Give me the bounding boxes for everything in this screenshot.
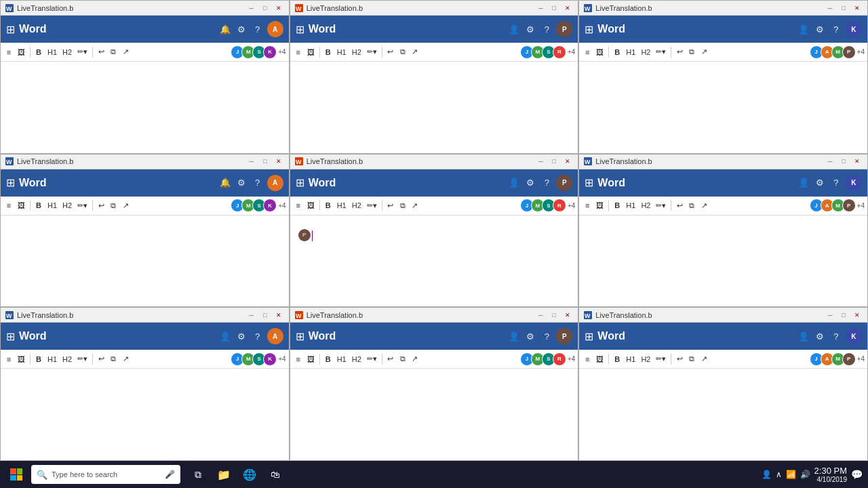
draw-btn-9[interactable]: ✏▾ [654,352,668,366]
h2-btn-5[interactable]: H2 [350,199,363,212]
draw-btn-3[interactable]: ✏▾ [654,45,668,59]
coauth-icon-7[interactable]: 👤 [218,329,232,343]
draw-btn-1[interactable]: ✏▾ [75,45,90,59]
help-icon-9[interactable]: ? [829,329,843,343]
bold-btn-8[interactable]: B [323,352,334,366]
coauth-icon-2[interactable]: 👤 [507,22,521,36]
share-btn-2[interactable]: ↗ [410,45,420,59]
apps-icon-3[interactable]: ⊞ [585,23,593,36]
copy-btn-7[interactable]: ⧉ [108,352,119,366]
undo-btn-2[interactable]: ↩ [385,45,396,59]
bell-icon-4[interactable]: 🔔 [218,176,232,190]
system-clock[interactable]: 2:30 PM 4/10/2019 [814,466,847,483]
h2-btn-2[interactable]: H2 [350,45,363,59]
share-btn-1[interactable]: ↗ [120,45,131,59]
list-btn-4[interactable]: ≡ [3,199,14,212]
apps-icon-2[interactable]: ⊞ [296,23,304,36]
draw-btn-7[interactable]: ✏▾ [75,352,90,366]
h2-btn-8[interactable]: H2 [350,352,363,366]
doc-area-2[interactable] [290,62,578,153]
maximize-btn-8[interactable]: □ [548,310,560,320]
people-icon[interactable]: 👤 [762,470,772,479]
close-btn-5[interactable]: ✕ [561,157,574,166]
close-btn-4[interactable]: ✕ [273,157,285,166]
img-btn-3[interactable]: 🖼 [594,45,606,59]
help-icon-7[interactable]: ? [251,329,264,343]
close-btn-7[interactable]: ✕ [273,310,285,320]
bold-btn-1[interactable]: B [33,45,44,59]
img-btn-9[interactable]: 🖼 [594,352,606,366]
taskbar-search[interactable]: 🔍 Type here to search 🎤 [31,465,180,484]
user-avatar-8[interactable]: P [556,328,572,344]
bell-icon-1[interactable]: 🔔 [218,22,232,36]
doc-area-1[interactable] [1,62,289,153]
h2-btn-4[interactable]: H2 [60,199,74,212]
share-btn-8[interactable]: ↗ [410,352,420,366]
share-btn-6[interactable]: ↗ [698,199,709,212]
volume-icon[interactable]: 🔊 [800,470,810,479]
share-btn-9[interactable]: ↗ [698,352,709,366]
bold-btn-4[interactable]: B [33,199,44,212]
close-btn-3[interactable]: ✕ [851,3,863,13]
img-btn-6[interactable]: 🖼 [594,199,606,212]
h1-btn-9[interactable]: H1 [624,352,637,366]
draw-btn-5[interactable]: ✏▾ [365,199,379,212]
draw-btn-2[interactable]: ✏▾ [365,45,379,59]
undo-btn-8[interactable]: ↩ [385,352,396,366]
h1-btn-7[interactable]: H1 [45,352,59,366]
copy-btn-5[interactable]: ⧉ [397,199,408,212]
user-avatar-5[interactable]: P [556,175,572,191]
share-btn-7[interactable]: ↗ [120,352,131,366]
start-button[interactable] [5,464,27,485]
minimize-btn-6[interactable]: ─ [824,157,836,166]
copy-btn-9[interactable]: ⧉ [686,352,697,366]
close-btn-6[interactable]: ✕ [851,157,863,166]
notification-icon[interactable]: 💬 [851,469,863,480]
coauth-icon-9[interactable]: 👤 [797,329,810,343]
copy-btn-2[interactable]: ⧉ [397,45,408,59]
undo-btn-9[interactable]: ↩ [674,352,685,366]
draw-btn-8[interactable]: ✏▾ [365,352,379,366]
apps-icon-7[interactable]: ⊞ [6,330,15,343]
bold-btn-6[interactable]: B [612,199,623,212]
img-btn-2[interactable]: 🖼 [305,45,317,59]
share-btn-3[interactable]: ↗ [698,45,709,59]
maximize-btn-5[interactable]: □ [548,157,560,166]
settings-icon-8[interactable]: ⚙ [524,329,537,343]
h1-btn-6[interactable]: H1 [624,199,637,212]
h2-btn-7[interactable]: H2 [60,352,74,366]
close-btn-8[interactable]: ✕ [561,310,574,320]
user-avatar-7[interactable]: A [267,328,283,344]
mic-icon[interactable]: 🎤 [165,470,175,479]
edge-btn[interactable]: 🌐 [237,462,262,487]
minimize-btn-5[interactable]: ─ [534,157,547,166]
img-btn-7[interactable]: 🖼 [16,352,27,366]
undo-btn-7[interactable]: ↩ [96,352,106,366]
undo-btn-5[interactable]: ↩ [385,199,396,212]
maximize-btn-1[interactable]: □ [259,3,271,13]
bold-btn-3[interactable]: B [612,45,623,59]
list-btn-9[interactable]: ≡ [582,352,593,366]
help-icon-4[interactable]: ? [251,176,264,190]
h2-btn-1[interactable]: H2 [60,45,74,59]
task-view-btn[interactable]: ⧉ [186,462,210,487]
doc-area-5[interactable]: P [290,216,578,307]
list-btn-7[interactable]: ≡ [3,352,14,366]
h1-btn-1[interactable]: H1 [45,45,59,59]
h2-btn-6[interactable]: H2 [639,199,652,212]
help-icon-8[interactable]: ? [540,329,553,343]
list-btn-6[interactable]: ≡ [582,199,593,212]
minimize-btn-2[interactable]: ─ [534,3,547,13]
img-btn-4[interactable]: 🖼 [16,199,27,212]
help-icon-2[interactable]: ? [540,22,553,36]
list-btn-5[interactable]: ≡ [293,199,304,212]
draw-btn-6[interactable]: ✏▾ [654,199,668,212]
img-btn-8[interactable]: 🖼 [305,352,317,366]
store-btn[interactable]: 🛍 [263,462,288,487]
user-avatar-6[interactable]: K [846,175,862,191]
maximize-btn-3[interactable]: □ [837,3,850,13]
help-icon-3[interactable]: ? [829,22,843,36]
h2-btn-3[interactable]: H2 [639,45,652,59]
img-btn-1[interactable]: 🖼 [16,45,27,59]
close-btn-9[interactable]: ✕ [851,310,863,320]
